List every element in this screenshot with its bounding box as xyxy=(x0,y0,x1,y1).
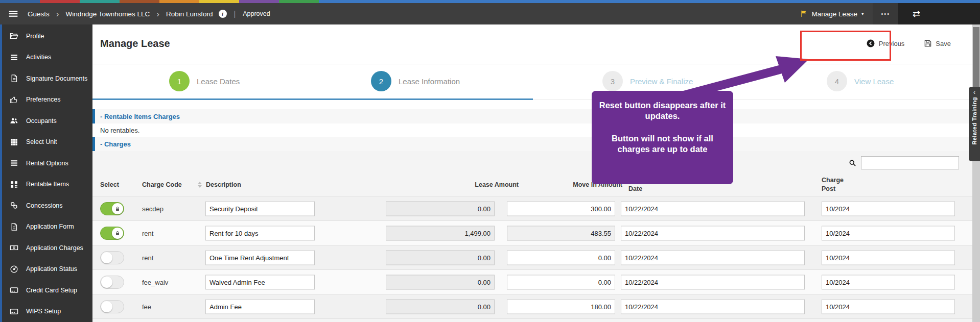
charge-date-input[interactable] xyxy=(621,226,805,240)
charge-post-input[interactable] xyxy=(822,299,955,314)
charge-date-input[interactable] xyxy=(621,250,805,265)
step-2-tab[interactable]: 2Lease Information xyxy=(371,71,460,91)
select-toggle[interactable] xyxy=(100,251,124,264)
spacer xyxy=(92,100,972,109)
sidebar-item-application-charges[interactable]: Application Charges xyxy=(2,237,92,259)
step-number-badge: 3 xyxy=(602,71,623,91)
description-input[interactable] xyxy=(205,275,315,289)
charge-date-input[interactable] xyxy=(621,299,805,314)
lease-amount-input xyxy=(386,201,495,216)
sidebar-item-credit-card-setup[interactable]: Credit Card Setup xyxy=(2,280,92,301)
select-toggle[interactable] xyxy=(100,276,124,289)
breadcrumb-item[interactable]: Windridge Townhomes LLC xyxy=(65,10,150,18)
move-in-amount-input[interactable] xyxy=(507,250,615,265)
sort-icon[interactable] xyxy=(198,182,202,188)
sidebar-item-label: Credit Card Setup xyxy=(26,287,77,294)
save-button[interactable]: Save xyxy=(924,39,951,47)
document-icon xyxy=(10,74,18,83)
search-input[interactable] xyxy=(861,156,959,169)
column-header-charge-code[interactable]: Charge Code xyxy=(142,181,182,189)
move-in-amount-input[interactable] xyxy=(507,299,615,314)
status-dial-icon xyxy=(10,265,18,274)
description-input[interactable] xyxy=(205,299,315,314)
page-title: Manage Lease xyxy=(100,38,170,49)
move-in-amount-input[interactable] xyxy=(507,275,615,289)
column-header-lease-amount: Lease Amount xyxy=(386,181,519,189)
step-3-tab[interactable]: 3Preview & Finalize xyxy=(602,71,693,91)
scrollbar-track[interactable] xyxy=(972,24,980,322)
sidebar-item-application-form[interactable]: Application Form xyxy=(2,216,92,238)
lease-amount-input xyxy=(386,275,495,289)
sidebar-item-application-status[interactable]: Application Status xyxy=(2,259,92,280)
sidebar-item-label: Profile xyxy=(26,33,44,40)
info-icon[interactable]: i xyxy=(219,10,227,18)
step-1-tab[interactable]: 1Lease Dates xyxy=(169,71,240,91)
charge-row: rent xyxy=(92,245,972,269)
sidebar-item-label: Rentable Items xyxy=(26,181,69,188)
hamburger-icon xyxy=(8,9,18,19)
select-toggle[interactable] xyxy=(100,300,124,313)
stepper-progress-underline xyxy=(92,98,533,100)
sidebar-item-preferences[interactable]: Preferences xyxy=(2,89,92,111)
step-label: Lease Dates xyxy=(197,77,240,86)
select-toggle[interactable] xyxy=(100,227,124,240)
select-cell xyxy=(100,251,124,264)
more-options-button[interactable]: ••• xyxy=(873,3,898,24)
main-content: Manage Lease Previous Save 1Lease Dates2… xyxy=(92,24,972,322)
charge-row: fee xyxy=(92,294,972,319)
column-header-select: Select xyxy=(100,181,119,189)
flag-icon xyxy=(800,10,808,18)
charge-post-input[interactable] xyxy=(822,201,955,216)
sidebar-item-select-unit[interactable]: Select Unit xyxy=(2,132,92,153)
sidebar-item-occupants[interactable]: Occupants xyxy=(2,110,92,132)
step-number-badge: 4 xyxy=(827,71,847,91)
description-input[interactable] xyxy=(205,226,315,240)
charge-post-input[interactable] xyxy=(822,275,955,289)
status-badge: Approved xyxy=(243,10,270,17)
caret-down-icon: ▾ xyxy=(861,12,864,16)
rentable-items-charges-section-header[interactable]: - Rentable Items Charges xyxy=(92,109,972,123)
sidebar-item-label: Application Charges xyxy=(26,244,83,252)
swap-icon: ⇄ xyxy=(913,8,920,19)
folder-icon xyxy=(10,32,18,40)
sort-down-arrow xyxy=(198,185,202,188)
sidebar-item-signature-documents[interactable]: Signature Documents xyxy=(2,68,92,89)
move-in-amount-input[interactable] xyxy=(507,201,615,216)
link-icon xyxy=(10,201,18,210)
credit-card-icon xyxy=(10,307,18,316)
description-input[interactable] xyxy=(205,201,315,216)
charge-date-input[interactable] xyxy=(621,201,805,216)
manage-lease-dropdown[interactable]: Manage Lease ▾ xyxy=(800,10,864,18)
sidebar-item-activities[interactable]: Activities xyxy=(2,47,92,68)
step-4-tab[interactable]: 4View Lease xyxy=(827,71,894,91)
sidebar-item-concessions[interactable]: Concessions xyxy=(2,195,92,216)
sidebar-item-rentable-items[interactable]: Rentable Items xyxy=(2,174,92,195)
hamburger-menu-button[interactable] xyxy=(0,3,28,24)
topbar-right: Manage Lease ▾ ••• ⇄ xyxy=(800,3,980,24)
rainbow-segment xyxy=(40,0,80,3)
charge-date-input[interactable] xyxy=(621,275,805,289)
switch-view-button[interactable]: ⇄ xyxy=(898,3,980,24)
column-header-description: Description xyxy=(206,181,241,189)
sidebar-item-profile[interactable]: Profile xyxy=(2,26,92,47)
breadcrumb-item[interactable]: Robin Lunsford xyxy=(166,10,213,18)
breadcrumb-divider: | xyxy=(234,10,236,18)
description-input[interactable] xyxy=(205,250,315,265)
breadcrumb-item[interactable]: Guests xyxy=(28,10,50,18)
sidebar-item-wips-setup[interactable]: WIPS Setup xyxy=(2,301,92,322)
rainbow-segment xyxy=(159,0,199,3)
sidebar-item-label: Application Status xyxy=(26,265,77,273)
toggle-knob xyxy=(101,252,112,263)
thumbs-up-icon xyxy=(10,95,18,104)
related-training-tab[interactable]: ‹ Related Training xyxy=(969,87,980,161)
annotation-callout: Reset button disappears after it updates… xyxy=(592,91,733,184)
banknote-icon xyxy=(10,243,18,252)
select-toggle[interactable] xyxy=(100,202,124,215)
charge-post-input[interactable] xyxy=(822,226,955,240)
charge-post-input[interactable] xyxy=(822,250,955,265)
charges-section-header[interactable]: - Charges xyxy=(92,137,972,151)
charge-code: fee xyxy=(142,303,151,310)
toggle-knob xyxy=(101,277,112,288)
charge-code: rent xyxy=(142,229,153,237)
sidebar-item-rental-options[interactable]: Rental Options xyxy=(2,153,92,174)
